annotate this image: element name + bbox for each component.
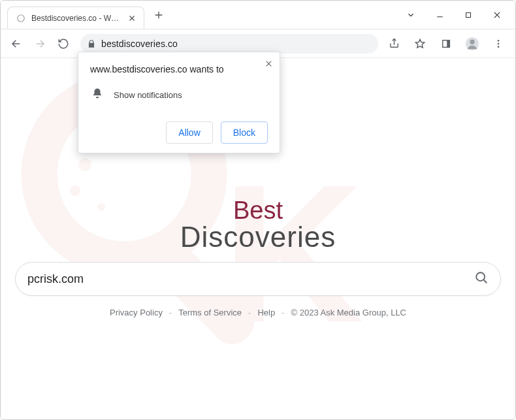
separator: -	[282, 308, 284, 317]
tab-close-icon[interactable]	[128, 14, 136, 22]
footer-help-link[interactable]: Help	[257, 308, 275, 317]
allow-button[interactable]: Allow	[166, 121, 212, 144]
tab-favicon-icon	[16, 13, 26, 24]
svg-point-8	[498, 46, 500, 48]
profile-icon[interactable]	[463, 35, 481, 53]
footer-copyright: © 2023 Ask Media Group, LLC	[291, 308, 407, 317]
permission-row: Show notifications	[90, 88, 268, 102]
address-bar[interactable]: bestdiscoveries.co	[80, 34, 378, 54]
tab-strip: Bestdiscoveries.co - What's Your	[1, 1, 164, 29]
window-controls	[403, 1, 515, 29]
minimize-icon[interactable]	[432, 7, 447, 23]
permission-buttons: Allow Block	[90, 121, 268, 144]
permission-text: Show notifications	[114, 90, 182, 100]
svg-point-14	[97, 203, 105, 211]
reload-icon[interactable]	[53, 33, 74, 54]
separator: -	[248, 308, 251, 317]
permission-title: www.bestdiscoveries.co wants to	[90, 64, 268, 74]
footer: Privacy Policy - Terms of Service - Help…	[1, 308, 515, 317]
brand-line2: Discoveries	[180, 221, 336, 253]
separator: -	[169, 308, 172, 317]
toolbar-right	[385, 35, 510, 53]
svg-point-15	[476, 272, 485, 281]
panel-icon[interactable]	[437, 35, 455, 53]
forward-icon	[29, 33, 50, 54]
permission-popup: www.bestdiscoveries.co wants to Show not…	[78, 52, 280, 153]
svg-point-5	[470, 39, 474, 44]
maximize-icon[interactable]	[460, 7, 476, 23]
title-bar: Bestdiscoveries.co - What's Your	[1, 1, 515, 29]
search-input[interactable]	[27, 272, 474, 286]
close-icon[interactable]	[489, 7, 505, 23]
bell-icon	[91, 88, 103, 102]
footer-terms-link[interactable]: Terms of Service	[178, 308, 242, 317]
svg-point-7	[498, 42, 500, 44]
search-box[interactable]	[15, 262, 501, 296]
url-text: bestdiscoveries.co	[101, 39, 178, 49]
search-icon[interactable]	[474, 270, 489, 287]
svg-point-0	[18, 14, 25, 22]
share-icon[interactable]	[385, 35, 403, 53]
browser-tab[interactable]: Bestdiscoveries.co - What's Your	[7, 7, 144, 29]
svg-point-12	[78, 158, 91, 171]
popup-close-icon[interactable]	[265, 59, 273, 71]
chevron-down-icon[interactable]	[403, 7, 419, 23]
star-icon[interactable]	[411, 35, 429, 53]
site-logo: Best Discoveries	[180, 197, 336, 253]
block-button[interactable]: Block	[221, 121, 268, 144]
footer-privacy-link[interactable]: Privacy Policy	[110, 308, 163, 317]
lock-icon	[87, 39, 96, 48]
svg-point-13	[70, 186, 80, 196]
svg-point-6	[498, 40, 500, 42]
new-tab-icon[interactable]	[153, 1, 164, 29]
tab-title: Bestdiscoveries.co - What's Your	[31, 14, 123, 23]
svg-rect-3	[443, 40, 450, 47]
back-icon[interactable]	[6, 33, 27, 54]
menu-dots-icon[interactable]	[489, 35, 508, 53]
svg-rect-1	[466, 12, 471, 17]
